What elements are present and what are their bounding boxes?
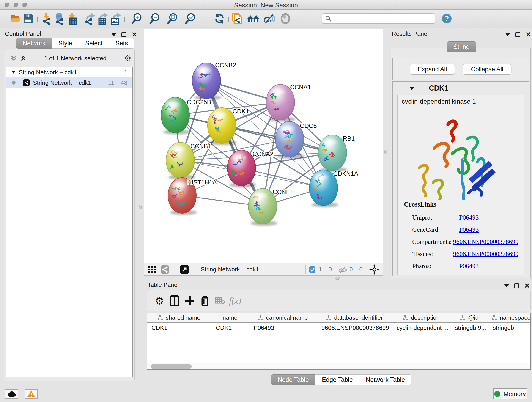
table-settings-gear-icon[interactable]: ⚙ <box>152 294 167 307</box>
export-network-icon[interactable] <box>83 12 96 25</box>
column-header-database-identifier[interactable]: database identifier <box>317 313 392 322</box>
show-columns-icon[interactable] <box>167 294 182 307</box>
table-panel-maximize-icon[interactable] <box>514 283 519 288</box>
import-network-database-icon[interactable] <box>53 12 65 25</box>
crosslink-row: Tissues:9606.ENSP00000378699 <box>404 248 519 260</box>
cloud-button[interactable] <box>5 389 18 399</box>
right-splitter-handle[interactable] <box>385 150 387 154</box>
results-panel-float-icon[interactable] <box>505 33 510 36</box>
memory-button[interactable]: Memory <box>493 389 527 400</box>
clipboard-share-icon[interactable] <box>231 12 244 25</box>
crosslink-link[interactable]: P06493 <box>459 214 479 221</box>
tab-network-table[interactable]: Network Table <box>359 375 412 385</box>
collapse-all-button[interactable]: Collapse All <box>463 64 511 75</box>
zoom-fit-icon[interactable] <box>166 12 179 25</box>
hidden-eye-icon[interactable] <box>338 266 347 273</box>
tab-sets[interactable]: Sets <box>109 38 134 49</box>
table-header-row: shared namenamecanonical namedatabase id… <box>147 313 530 323</box>
show-hide-icon[interactable] <box>263 12 276 25</box>
pan-move-icon[interactable] <box>369 264 380 274</box>
network-options-gear-icon[interactable]: ⚙ <box>124 53 131 63</box>
column-header-@id[interactable]: @id <box>450 313 488 322</box>
zoom-selected-icon[interactable] <box>184 12 197 25</box>
import-table-icon[interactable] <box>65 12 78 25</box>
table-panel-float-icon[interactable] <box>504 284 509 287</box>
control-panel-float-icon[interactable] <box>111 33 116 36</box>
network-row[interactable]: String Network – cdk1 11 48 <box>6 77 133 88</box>
collapse-all-networks-icon[interactable] <box>10 55 17 62</box>
warnings-button[interactable] <box>25 389 38 399</box>
save-session-icon[interactable] <box>22 12 35 25</box>
column-header-name[interactable]: name <box>211 313 249 322</box>
toolbar-separator <box>81 12 81 25</box>
cell-namespace[interactable]: stringdb <box>488 324 531 332</box>
control-panel-close-icon[interactable]: ✕ <box>132 31 137 38</box>
open-session-icon[interactable] <box>9 12 22 25</box>
expand-all-button[interactable]: Expand All <box>410 64 455 75</box>
crosslink-link[interactable]: P06493 <box>459 226 479 233</box>
tab-style[interactable]: Style <box>52 38 79 49</box>
table-hscrollbar-thumb[interactable] <box>151 364 192 369</box>
add-column-icon[interactable] <box>182 294 197 307</box>
tab-select[interactable]: Select <box>79 38 109 49</box>
table-panel-close-icon[interactable]: ✕ <box>524 282 530 289</box>
bottom-splitter-handle[interactable] <box>336 277 340 280</box>
left-splitter-handle[interactable] <box>139 205 142 210</box>
protein-structure-image <box>411 112 500 200</box>
crosslink-link[interactable]: 9606.ENSP00000378699 <box>453 250 519 258</box>
zoom-out-icon[interactable] <box>148 12 161 25</box>
control-panel-maximize-icon[interactable] <box>121 32 127 37</box>
toolbar-separator <box>228 12 229 25</box>
zoom-in-icon[interactable] <box>131 12 143 25</box>
open-in-new-window-icon[interactable] <box>178 263 191 276</box>
cell-database-identifier[interactable]: 9606.ENSP00000378699 <box>317 324 392 332</box>
results-panel-maximize-icon[interactable] <box>515 32 520 37</box>
import-network-file-icon[interactable] <box>40 12 53 25</box>
tab-edge-table[interactable]: Edge Table <box>315 375 360 385</box>
refresh-icon[interactable] <box>213 12 226 25</box>
tab-network[interactable]: Network <box>16 38 52 49</box>
gene-section-header[interactable]: CDK1 <box>393 82 529 95</box>
svg-text:?: ? <box>444 14 449 22</box>
collection-label: String Network – cdk1 <box>19 69 77 76</box>
column-header-canonical-name[interactable]: canonical name <box>249 313 317 322</box>
gene-collapse-icon[interactable] <box>409 87 414 90</box>
crosslink-link[interactable]: 9606.ENSP00000378699 <box>453 238 519 245</box>
memory-status-dot <box>494 391 500 397</box>
crosslinks-title: CrossLinks <box>404 201 519 208</box>
export-image-icon[interactable] <box>109 12 122 25</box>
collection-expand-icon[interactable] <box>12 71 16 74</box>
cell-@id[interactable]: stringdb:9... <box>450 324 488 332</box>
tab-node-table[interactable]: Node Table <box>271 375 316 385</box>
crosslink-link[interactable]: P06493 <box>459 262 479 270</box>
birds-eye-grid-icon[interactable] <box>146 263 158 276</box>
delete-column-icon[interactable] <box>197 294 212 307</box>
table-row[interactable]: CDK1CDK1P064939606.ENSP00000378699cyclin… <box>147 323 530 333</box>
cell-description[interactable]: cyclin-dependent ... <box>392 324 450 332</box>
node-table[interactable]: shared namenamecanonical namedatabase id… <box>147 313 531 370</box>
export-table-icon[interactable] <box>96 12 109 25</box>
column-header-shared-name[interactable]: shared name <box>147 313 211 322</box>
node-label-CCNB2: CCNB2 <box>215 62 236 69</box>
help-icon[interactable]: ? <box>440 12 453 25</box>
crosslink-row: GeneCard:P06493 <box>404 223 519 236</box>
expand-all-networks-icon[interactable] <box>20 55 27 62</box>
cell-name[interactable]: CDK1 <box>211 324 249 332</box>
table-hscrollbar[interactable] <box>147 363 530 370</box>
cell-shared-name[interactable]: CDK1 <box>147 324 211 332</box>
results-panel-close-icon[interactable]: ✕ <box>525 31 531 38</box>
column-header-namespace[interactable]: namespace <box>488 313 531 322</box>
column-header-description[interactable]: description <box>392 313 450 322</box>
network-share-icon[interactable] <box>158 263 171 276</box>
string-home-icon[interactable] <box>247 12 260 25</box>
search-field[interactable] <box>322 13 435 24</box>
network-panel: 1 of 1 Network selected ⚙ String Network… <box>4 49 135 381</box>
control-panel-title: Control Panel <box>5 30 41 37</box>
network-collection-row[interactable]: String Network – cdk1 1 <box>6 67 133 77</box>
cell-canonical-name[interactable]: P06493 <box>249 324 317 332</box>
network-view-canvas[interactable]: CCNB2CCNA1CDC25BCDK1CDC6RB1CCNB1CCNA2CDK… <box>144 29 383 263</box>
search-input[interactable] <box>332 15 430 22</box>
tab-string[interactable]: String <box>447 41 476 52</box>
separator <box>335 265 335 274</box>
selected-checkbox-icon[interactable] <box>309 266 316 273</box>
